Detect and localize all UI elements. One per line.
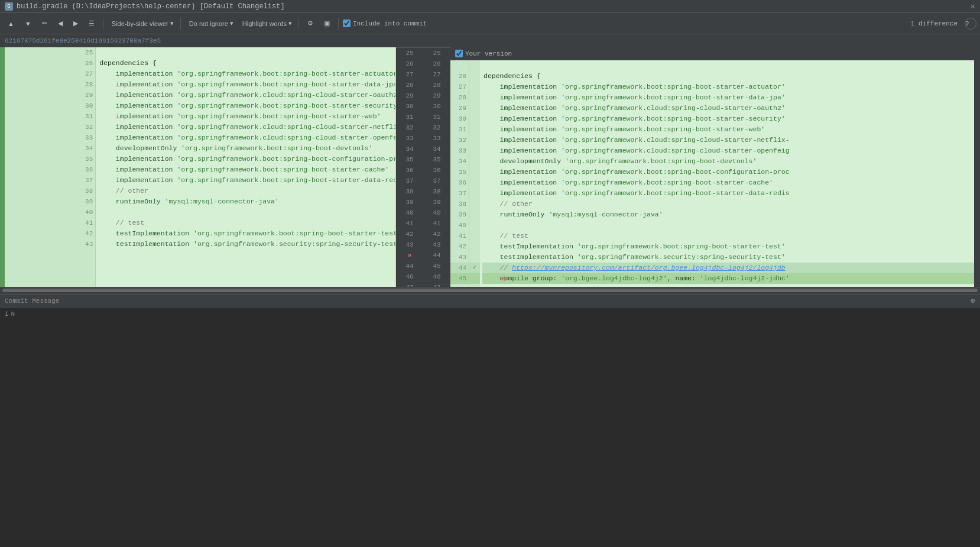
center-gutter: 25 26 27 28 29 30 31 32 33 34 35 36 37 3… bbox=[396, 47, 450, 287]
left-panel: 2526272829 3031323334 3536373839 4041424… bbox=[0, 47, 396, 287]
commit-area-indicators: I N bbox=[0, 308, 980, 320]
highlight-label: Highlight words bbox=[242, 20, 287, 27]
layout-icon: ▣ bbox=[324, 20, 330, 27]
toolbar: ▲ ▼ ✏ ◀ ▶ ☰ Side-by-side viewer ▾ Do not… bbox=[0, 13, 980, 34]
nav-back-button[interactable]: ◀ bbox=[54, 17, 67, 31]
diff-area: 2526272829 3031323334 3536373839 4041424… bbox=[0, 47, 980, 287]
viewer-dropdown-button[interactable]: Side-by-side viewer ▾ bbox=[108, 17, 176, 31]
separator-2 bbox=[180, 18, 181, 30]
nav-up-button[interactable]: ▲ bbox=[4, 17, 18, 31]
include-commit-label: Include into commit bbox=[353, 20, 427, 27]
settings-button[interactable]: ⚙ bbox=[303, 17, 317, 31]
window-title: build.gradle (D:\IdeaProjects\help-cente… bbox=[17, 2, 285, 11]
separator-3 bbox=[298, 18, 299, 30]
ignore-label: Do not ignore bbox=[189, 20, 228, 27]
include-commit-input[interactable] bbox=[343, 20, 351, 27]
right-panel-header: Your version bbox=[450, 47, 974, 60]
diff-count: 1 difference bbox=[911, 20, 958, 27]
separator-1 bbox=[103, 18, 103, 30]
left-ln-col: 25 26 27 28 29 30 31 32 33 34 35 36 37 3… bbox=[396, 48, 423, 287]
separator-4 bbox=[338, 18, 339, 30]
close-button[interactable]: ✕ bbox=[971, 1, 975, 11]
highlight-dropdown-button[interactable]: Highlight words ▾ bbox=[238, 17, 294, 31]
viewer-dropdown-icon: ▾ bbox=[170, 20, 174, 27]
commit-text-area: I N bbox=[0, 308, 980, 548]
horizontal-scrollbar[interactable] bbox=[0, 287, 980, 294]
highlight-dropdown-icon: ▾ bbox=[288, 20, 292, 27]
layout-button[interactable]: ▣ bbox=[320, 17, 334, 31]
right-ln-col: 25 26 27 28 29 30 31 32 33 34 35 36 37 3… bbox=[423, 48, 450, 287]
right-panel: Your version 26 27 28 29 30 31 32 33 34 … bbox=[450, 47, 974, 287]
include-commit-checkbox[interactable]: Include into commit bbox=[343, 20, 427, 27]
right-code-content: dependencies { implementation 'org.sprin… bbox=[480, 60, 974, 287]
nav-edit-button[interactable]: ✏ bbox=[38, 17, 51, 31]
indicator-1: I bbox=[5, 310, 9, 318]
ignore-dropdown-icon: ▾ bbox=[230, 20, 233, 27]
indicator-2: N bbox=[11, 310, 15, 318]
nav-down-button[interactable]: ▼ bbox=[21, 17, 35, 31]
left-marker-bar bbox=[0, 47, 5, 287]
settings-icon: ⚙ bbox=[307, 20, 313, 27]
left-line-numbers: 2526272829 3031323334 3536373839 4041424… bbox=[5, 47, 96, 287]
commit-message-label: Commit Message bbox=[5, 297, 59, 305]
help-icon: ? bbox=[965, 20, 969, 27]
right-header-checkbox[interactable] bbox=[455, 50, 463, 57]
right-code-area: 26 27 28 29 30 31 32 33 34 35 36 37 38 3… bbox=[450, 60, 974, 287]
hash-bar: 62197875d261fe8e258416d19915923708a7f3e5 bbox=[0, 34, 980, 47]
expand-icon[interactable]: ⊕ bbox=[971, 296, 975, 306]
scrollbar-thumb[interactable] bbox=[2, 289, 978, 292]
app-icon: G bbox=[5, 2, 13, 11]
gutter-body: 25 26 27 28 29 30 31 32 33 34 35 36 37 3… bbox=[396, 48, 450, 287]
help-button[interactable]: ? bbox=[965, 18, 976, 30]
title-bar: G build.gradle (D:\IdeaProjects\help-cen… bbox=[0, 0, 980, 13]
right-marker-col: ✓ bbox=[469, 60, 480, 287]
nav-forward-button[interactable]: ▶ bbox=[69, 17, 82, 31]
commit-hash: 62197875d261fe8e258416d19915923708a7f3e5 bbox=[5, 37, 161, 44]
ignore-dropdown-button[interactable]: Do not ignore ▾ bbox=[185, 17, 236, 31]
viewer-label: Side-by-side viewer bbox=[112, 20, 168, 27]
title-bar-left: G build.gradle (D:\IdeaProjects\help-cen… bbox=[5, 2, 285, 11]
commit-message-bar: Commit Message ⊕ bbox=[0, 294, 980, 308]
nav-list-button[interactable]: ☰ bbox=[85, 17, 99, 31]
main-window: G build.gradle (D:\IdeaProjects\help-cen… bbox=[0, 0, 980, 547]
right-scrollbar[interactable] bbox=[974, 47, 980, 287]
right-header-label: Your version bbox=[465, 50, 512, 57]
right-line-numbers: 26 27 28 29 30 31 32 33 34 35 36 37 38 3… bbox=[450, 60, 469, 287]
left-code-content: dependencies { implementation 'org.sprin… bbox=[96, 47, 395, 287]
